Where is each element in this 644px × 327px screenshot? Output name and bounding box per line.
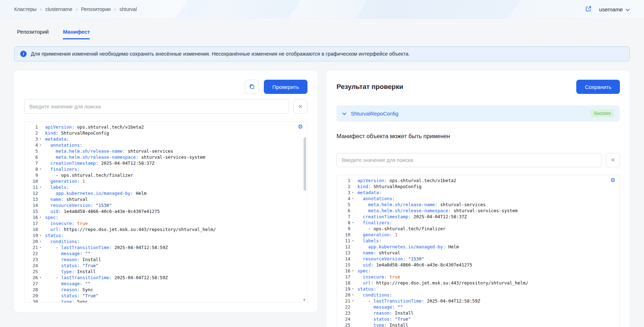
save-button[interactable]: Сохранить: [576, 80, 620, 94]
code-line: 21▾ - lastTransitionTime: 2025-04-04T12:…: [337, 298, 620, 304]
result-yaml-viewer: ⚙ 1apiVersion: ops.shturval.tech/v1beta2…: [337, 175, 620, 327]
code-line: 14 resourceVersion: "1530": [337, 256, 620, 262]
code-line: 17 insecure: true: [24, 220, 307, 226]
tab-bar: Репозиторий Манифест: [17, 29, 644, 39]
code-line: 4▾ annotations:: [337, 196, 620, 202]
code-line: 23 reason: Install: [24, 256, 307, 263]
code-line: 23 reason: Install: [337, 310, 620, 316]
code-line: 22 message: "": [24, 250, 307, 256]
code-line: 18 url: https://repo.dso.jet.msk.su:443/…: [337, 280, 620, 286]
code-line: 3▾metadata:: [24, 136, 307, 142]
copy-button[interactable]: [245, 80, 259, 94]
code-line: 11▾ labels:: [337, 238, 620, 244]
code-line: 7 creationTimestamp: 2025-04-04T12:58:37…: [24, 160, 307, 166]
code-line: 27 message: "": [24, 281, 307, 287]
scrollbar-down-arrow-icon[interactable]: ▼: [302, 298, 306, 302]
code-line: 11▾ labels:: [24, 184, 307, 190]
code-line: 13 name: shturval: [24, 196, 307, 202]
code-line: 16▾spec:: [24, 214, 307, 220]
result-header: Результат проверки Сохранить: [337, 80, 620, 94]
code-line: 20▾ conditions:: [337, 292, 620, 298]
check-result-panel: Результат проверки Сохранить ShturvalRep…: [327, 71, 630, 327]
code-line: 28 reason: Sync: [24, 287, 307, 293]
top-header: Кластеры › clustername › Репозитории › s…: [0, 0, 644, 19]
code-line: 30 type: Sync: [24, 299, 307, 303]
breadcrumb-clustername[interactable]: clustername: [45, 6, 72, 12]
breadcrumb: Кластеры › clustername › Репозитории › s…: [14, 6, 137, 12]
code-line: 7 creationTimestamp: 2025-04-04T12:58:37…: [337, 214, 620, 220]
code-line: 25 type: Install: [24, 269, 307, 275]
editor-search-input[interactable]: [24, 100, 289, 114]
code-line: 17 insecure: true: [337, 274, 620, 280]
code-line: 15 uid: 1e4a8d58-4866-40c6-a43e-8c4307e4…: [337, 262, 620, 268]
code-line: 12 app.kubernetes.io/managed-by: Helm: [337, 244, 620, 250]
code-line: 26▾ - lastTransitionTime: 2025-04-04T12:…: [24, 275, 307, 281]
result-search-clear-button[interactable]: ✕: [606, 153, 620, 167]
result-message: Манифест объекта может быть применен: [337, 133, 620, 140]
code-line: 1apiVersion: ops.shturval.tech/v1beta2: [24, 124, 307, 130]
check-button[interactable]: Проверить: [264, 80, 307, 94]
code-line: 20▾ conditions:: [24, 238, 307, 244]
editor-search-clear-button[interactable]: ✕: [293, 100, 307, 114]
result-title: Результат проверки: [337, 83, 403, 91]
username-label: username: [599, 6, 623, 12]
code-line: 21▾ - lastTransitionTime: 2025-04-04T12:…: [24, 244, 307, 250]
code-line: 2kind: ShturvalRepoConfig: [24, 130, 307, 136]
copy-icon: [249, 84, 255, 90]
info-icon: i: [20, 51, 27, 57]
info-banner-text: Для применения изменений необходимо сохр…: [31, 51, 410, 57]
open-external-icon: [585, 5, 592, 13]
code-line: 13 name: shturval: [337, 250, 620, 256]
code-line: 9 - ops.shturval.tech/finalizer: [24, 172, 307, 178]
content-area: Проверить ✕ ⚙ 1apiVersion: ops.shturval.…: [14, 71, 630, 327]
code-line: 6 meta.helm.sh/release-namespace: shturv…: [24, 154, 307, 160]
yaml-editor-content[interactable]: 1apiVersion: ops.shturval.tech/v1beta22k…: [24, 122, 307, 303]
code-line: 1apiVersion: ops.shturval.tech/v1beta2: [337, 177, 620, 184]
breadcrumb-current-repo: shturval: [120, 6, 137, 12]
code-line: 19▾status:: [24, 232, 307, 238]
code-line: 25 type: Install: [337, 322, 620, 327]
tab-manifest[interactable]: Манифест: [63, 29, 90, 39]
code-line: 19▾status:: [337, 286, 620, 292]
code-line: 10 generation: 1: [337, 232, 620, 238]
code-line: 5 meta.helm.sh/release-name: shturval-se…: [24, 148, 307, 154]
code-line: 22 message: "": [337, 304, 620, 310]
editor-settings-gear-icon[interactable]: ⚙: [298, 124, 303, 130]
resource-collapse-row[interactable]: ShturvalRepoConfig Success: [337, 105, 620, 122]
code-line: 5 meta.helm.sh/release-name: shturval-se…: [337, 202, 620, 208]
breadcrumb-separator: ›: [76, 6, 78, 12]
clear-search-icon: ✕: [611, 157, 615, 163]
editor-scrollbar[interactable]: [304, 137, 306, 191]
code-line: 12 app.kubernetes.io/managed-by: Helm: [24, 190, 307, 196]
status-badge: Success: [590, 109, 614, 117]
editor-toolbar: Проверить: [24, 80, 307, 94]
manifest-editor-panel: Проверить ✕ ⚙ 1apiVersion: ops.shturval.…: [14, 71, 317, 312]
breadcrumb-separator: ›: [114, 6, 116, 12]
code-line: 10 generation: 1: [24, 178, 307, 184]
breadcrumb-separator: ›: [40, 6, 42, 12]
result-search-row: ✕: [337, 153, 620, 167]
code-line: 4▾ annotations:: [24, 142, 307, 148]
code-line: 8▾ finalizers:: [337, 220, 620, 226]
code-line: 14 resourceVersion: "1530": [24, 202, 307, 208]
page: Кластеры › clustername › Репозитории › s…: [0, 0, 644, 327]
result-yaml-content[interactable]: 1apiVersion: ops.shturval.tech/v1beta22k…: [337, 175, 620, 327]
code-line: 8▾ finalizers:: [24, 166, 307, 172]
chevron-down-icon: [626, 6, 630, 12]
info-banner: i Для применения изменений необходимо со…: [14, 46, 630, 61]
viewer-settings-gear-icon[interactable]: ⚙: [610, 177, 615, 183]
code-line: 15 uid: 1e4a8d58-4866-40c6-a43e-8c4307e4…: [24, 208, 307, 214]
code-line: 16▾spec:: [337, 268, 620, 274]
breadcrumb-repositories[interactable]: Репозитории: [81, 6, 111, 12]
user-menu[interactable]: username: [599, 6, 630, 12]
code-line: 3▾metadata:: [337, 190, 620, 196]
resource-name-link[interactable]: ShturvalRepoConfig: [351, 111, 398, 117]
result-search-input[interactable]: [337, 153, 601, 167]
code-line: 18 url: https://repo.dso.jet.msk.su:443/…: [24, 226, 307, 232]
open-external-button[interactable]: [585, 5, 592, 13]
tab-repository[interactable]: Репозиторий: [17, 29, 49, 39]
chevron-down-icon: [342, 110, 346, 117]
code-line: 24 status: "True": [24, 263, 307, 269]
breadcrumb-clusters[interactable]: Кластеры: [14, 6, 37, 12]
clear-search-icon: ✕: [298, 103, 303, 110]
